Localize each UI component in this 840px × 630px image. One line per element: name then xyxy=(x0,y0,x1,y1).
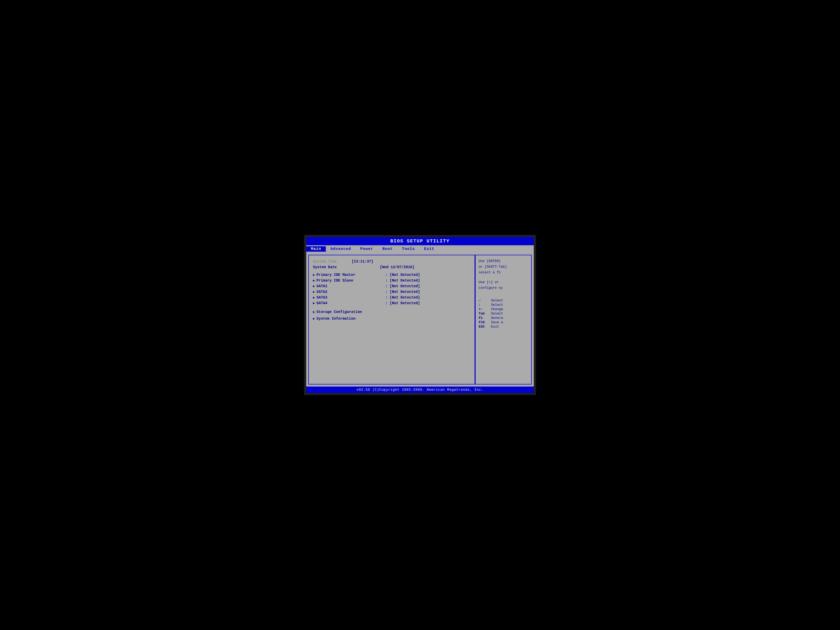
arrow-primary-ide-master: ▶ xyxy=(313,273,315,277)
key-desc-f1: Genera xyxy=(491,316,503,320)
key-tab: Tab xyxy=(479,312,491,316)
system-info-row[interactable]: ▶ System Information xyxy=(313,317,471,321)
footer-text: v02.58 (C)Copyright 1985-2009. American … xyxy=(357,388,483,392)
menu-bar[interactable]: Main Advanced Power Boot Tools Exit xyxy=(306,245,534,253)
key-row-esc: ESC Exit xyxy=(479,325,528,328)
key-desc-plusminus: Change xyxy=(491,307,503,311)
sep1: : xyxy=(385,273,388,277)
key-arrows-v: ↕ xyxy=(479,303,491,307)
key-esc: ESC xyxy=(479,325,491,328)
side-help-text-2: Use [+] or configure sy xyxy=(479,279,528,291)
sep2: : xyxy=(385,278,388,283)
menu-item-boot[interactable]: Boot xyxy=(378,246,397,252)
primary-ide-master-value: [Not Detected] xyxy=(390,273,420,277)
sep3: : xyxy=(385,284,388,288)
title-bar: BIOS SETUP UTILITY xyxy=(306,237,534,245)
key-desc-tab: Select xyxy=(491,312,503,316)
side-help-text: Use [ENTER] or [SHIFT-Tab] select a fi xyxy=(479,258,528,275)
arrow-primary-ide-slave: ▶ xyxy=(313,278,315,283)
arrow-sata1: ▶ xyxy=(313,284,315,288)
arrow-system-info: ▶ xyxy=(313,317,315,321)
menu-item-power[interactable]: Power xyxy=(356,246,378,252)
help-line-2: or [SHIFT-Tab] xyxy=(479,264,528,270)
system-info-label: System Information xyxy=(317,317,384,321)
sata3-value: [Not Detected] xyxy=(390,295,420,300)
help-line-1: Use [ENTER] xyxy=(479,258,528,264)
sata3-row[interactable]: ▶ SATA3 : [Not Detected] xyxy=(313,295,471,300)
key-row-tab: Tab Select xyxy=(479,312,528,316)
sata2-label: SATA2 xyxy=(317,290,384,294)
arrow-sata4: ▶ xyxy=(313,301,315,305)
key-f10: F10 xyxy=(479,321,491,324)
sata1-label: SATA1 xyxy=(317,284,384,288)
arrow-sata2: ▶ xyxy=(313,290,315,294)
menu-item-tools[interactable]: Tools xyxy=(397,246,420,252)
arrow-sata3: ▶ xyxy=(313,295,315,300)
system-date-label: System Date xyxy=(313,265,380,269)
sep6: : xyxy=(385,301,388,305)
sata2-row[interactable]: ▶ SATA2 : [Not Detected] xyxy=(313,290,471,294)
side-keys: ↔ Select ↕ Select +- Change Tab Select F… xyxy=(479,298,528,328)
storage-config-label: Storage Configuration xyxy=(317,310,384,314)
system-time-value[interactable]: [13:11:37] xyxy=(352,259,373,264)
help2-line-2: configure sy xyxy=(479,285,528,291)
menu-item-main[interactable]: Main xyxy=(306,246,326,252)
system-time-separator xyxy=(339,259,349,264)
side-panel: Use [ENTER] or [SHIFT-Tab] select a fi U… xyxy=(475,255,532,384)
sata2-value: [Not Detected] xyxy=(390,290,420,294)
title-text: BIOS SETUP UTILITY xyxy=(390,238,450,244)
help2-line-1: Use [+] or xyxy=(479,279,528,285)
menu-item-exit[interactable]: Exit xyxy=(420,246,439,252)
sep5: : xyxy=(385,295,388,300)
system-time-label: System Time xyxy=(313,259,336,264)
arrow-storage-config: ▶ xyxy=(313,310,315,314)
system-time-row: System Time [13:11:37] xyxy=(313,259,471,264)
menu-item-advanced[interactable]: Advanced xyxy=(326,246,356,252)
storage-config-row[interactable]: ▶ Storage Configuration xyxy=(313,310,471,314)
system-date-value[interactable]: [Wed 12/07/2016] xyxy=(380,265,414,269)
key-row-arrows-h: ↔ Select xyxy=(479,298,528,302)
sata4-value: [Not Detected] xyxy=(390,301,420,305)
help-line-3: select a fi xyxy=(479,270,528,275)
primary-ide-slave-value: [Not Detected] xyxy=(390,278,420,283)
sata4-label: SATA4 xyxy=(317,301,384,305)
primary-ide-slave-label: Primary IDE Slave xyxy=(317,278,384,283)
primary-ide-master-label: Primary IDE Master xyxy=(317,273,384,277)
primary-ide-slave-row[interactable]: ▶ Primary IDE Slave : [Not Detected] xyxy=(313,278,471,283)
sata3-label: SATA3 xyxy=(317,295,384,300)
key-row-arrows-v: ↕ Select xyxy=(479,303,528,307)
footer-bar: v02.58 (C)Copyright 1985-2009. American … xyxy=(306,387,534,393)
key-plusminus: +- xyxy=(479,307,491,311)
key-desc-arrows-h: Select xyxy=(491,298,503,302)
content-area: System Time [13:11:37] System Date [Wed … xyxy=(306,253,534,387)
key-f1: F1 xyxy=(479,316,491,320)
key-desc-esc: Exit xyxy=(491,325,499,328)
key-row-f10: F10 Save a xyxy=(479,321,528,324)
bios-screen: BIOS SETUP UTILITY Main Advanced Power B… xyxy=(304,235,536,395)
key-desc-arrows-v: Select xyxy=(491,303,503,307)
sata1-row[interactable]: ▶ SATA1 : [Not Detected] xyxy=(313,284,471,288)
primary-ide-master-row[interactable]: ▶ Primary IDE Master : [Not Detected] xyxy=(313,273,471,277)
key-desc-f10: Save a xyxy=(491,321,503,324)
key-row-plusminus: +- Change xyxy=(479,307,528,311)
main-panel: System Time [13:11:37] System Date [Wed … xyxy=(308,255,475,384)
sata1-value: [Not Detected] xyxy=(390,284,420,288)
key-arrows-h: ↔ xyxy=(479,298,491,302)
sep4: : xyxy=(385,290,388,294)
sata4-row[interactable]: ▶ SATA4 : [Not Detected] xyxy=(313,301,471,305)
key-row-f1: F1 Genera xyxy=(479,316,528,320)
system-date-row: System Date [Wed 12/07/2016] xyxy=(313,265,471,269)
